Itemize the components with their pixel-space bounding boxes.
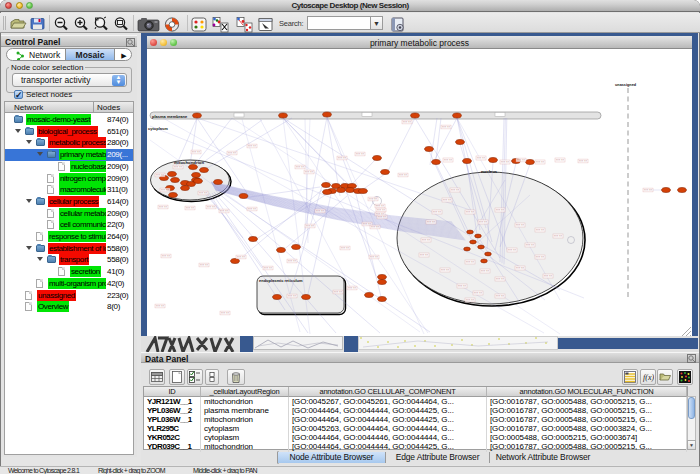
svg-text:××× ××: ××× ×× bbox=[517, 158, 526, 162]
svg-text:××× ××: ××× ×× bbox=[579, 159, 588, 163]
svg-text:××× ××: ××× ×× bbox=[474, 291, 483, 295]
svg-text:××× ××: ××× ×× bbox=[477, 156, 486, 160]
svg-text:××× ××: ××× ×× bbox=[186, 206, 195, 210]
svg-text:××× ××: ××× ×× bbox=[644, 188, 653, 192]
svg-text:××× ××: ××× ×× bbox=[420, 253, 429, 257]
svg-text:××× ××: ××× ×× bbox=[264, 266, 273, 270]
svg-text:××× ××: ××× ×× bbox=[378, 215, 387, 219]
svg-text:××× ××: ××× ×× bbox=[220, 209, 229, 213]
svg-text:××× ××: ××× ×× bbox=[444, 158, 453, 162]
svg-text:××× ××: ××× ×× bbox=[536, 160, 545, 164]
svg-text:××× ××: ××× ×× bbox=[466, 210, 475, 214]
svg-text:××× ××: ××× ×× bbox=[443, 198, 452, 202]
svg-text:××× ××: ××× ×× bbox=[369, 197, 378, 201]
svg-text:××× ××: ××× ×× bbox=[221, 311, 230, 315]
svg-text:unassigned: unassigned bbox=[615, 83, 637, 87]
svg-text:××× ××: ××× ×× bbox=[427, 220, 436, 224]
svg-text:××× ××: ××× ×× bbox=[237, 255, 246, 259]
svg-text:××× ××: ××× ×× bbox=[334, 290, 343, 294]
svg-text:××× ××: ××× ×× bbox=[451, 188, 460, 192]
svg-text:××× ××: ××× ×× bbox=[442, 125, 451, 129]
svg-text:××× ××: ××× ×× bbox=[481, 269, 490, 273]
svg-text:××× ××: ××× ×× bbox=[192, 150, 201, 154]
svg-text:××× ××: ××× ×× bbox=[544, 274, 553, 278]
svg-text:××× ××: ××× ×× bbox=[228, 151, 237, 155]
svg-text:××× ××: ××× ×× bbox=[348, 286, 357, 290]
svg-text:nucleus: nucleus bbox=[481, 169, 498, 174]
svg-text:××× ××: ××× ×× bbox=[501, 160, 510, 164]
svg-text:××× ××: ××× ×× bbox=[556, 158, 565, 162]
svg-text:××× ××: ××× ×× bbox=[288, 259, 297, 263]
svg-text:××× ××: ××× ×× bbox=[288, 294, 297, 298]
svg-text:××× ××: ××× ×× bbox=[516, 223, 525, 227]
svg-text:××× ××: ××× ×× bbox=[296, 165, 305, 169]
svg-text:××× ××: ××× ×× bbox=[376, 204, 385, 208]
svg-text:f(x): f(x) bbox=[643, 373, 654, 382]
svg-text:××× ××: ××× ×× bbox=[162, 254, 171, 258]
svg-text:××× ××: ××× ×× bbox=[377, 208, 386, 212]
svg-text:××× ××: ××× ×× bbox=[156, 173, 165, 177]
svg-text:××× ××: ××× ×× bbox=[399, 173, 408, 177]
svg-text:××× ××: ××× ×× bbox=[248, 207, 257, 211]
svg-text:××× ××: ××× ×× bbox=[199, 191, 208, 195]
svg-text:××× ××: ××× ×× bbox=[306, 224, 315, 228]
svg-text:××× ××: ××× ×× bbox=[371, 225, 380, 229]
svg-text:××× ××: ××× ×× bbox=[441, 268, 450, 272]
svg-text:××× ××: ××× ×× bbox=[403, 120, 412, 124]
svg-text:××× ××: ××× ×× bbox=[536, 228, 545, 232]
svg-text:××× ××: ××× ×× bbox=[341, 246, 350, 250]
svg-text:××× ××: ××× ×× bbox=[458, 284, 467, 288]
svg-text:××× ××: ××× ×× bbox=[496, 277, 505, 281]
svg-text:cytoplasm: cytoplasm bbox=[148, 126, 168, 131]
svg-text:××× ××: ××× ×× bbox=[496, 208, 505, 212]
svg-text:××× ××: ××× ×× bbox=[466, 298, 475, 302]
svg-text:××× ××: ××× ×× bbox=[554, 234, 563, 238]
svg-text:××× ××: ××× ×× bbox=[156, 304, 165, 308]
svg-text:plasma membrane: plasma membrane bbox=[152, 114, 188, 119]
svg-text:××× ××: ××× ×× bbox=[422, 238, 431, 242]
svg-text:××× ××: ××× ×× bbox=[516, 266, 525, 270]
svg-text:××× ××: ××× ×× bbox=[536, 255, 545, 259]
svg-text:××× ××: ××× ×× bbox=[174, 165, 183, 169]
svg-text:××× ××: ××× ×× bbox=[433, 210, 442, 214]
svg-text:××× ××: ××× ×× bbox=[338, 156, 347, 160]
svg-text:××× ××: ××× ×× bbox=[526, 243, 535, 247]
svg-text:××× ××: ××× ×× bbox=[200, 263, 209, 267]
svg-text:××× ××: ××× ×× bbox=[479, 220, 488, 224]
svg-text:××× ××: ××× ×× bbox=[316, 209, 325, 213]
svg-text:××× ××: ××× ×× bbox=[496, 294, 505, 298]
svg-text:××× ××: ××× ×× bbox=[356, 152, 365, 156]
svg-text:××× ××: ××× ×× bbox=[159, 205, 168, 209]
svg-text:××× ××: ××× ×× bbox=[305, 170, 314, 174]
svg-text:××× ××: ××× ×× bbox=[248, 144, 257, 148]
svg-text:××× ××: ××× ×× bbox=[370, 255, 379, 259]
svg-text:××× ××: ××× ×× bbox=[466, 260, 475, 264]
svg-text:××× ××: ××× ×× bbox=[161, 188, 170, 192]
svg-text:××× ××: ××× ×× bbox=[207, 205, 216, 209]
svg-text:××× ××: ××× ×× bbox=[508, 248, 517, 252]
